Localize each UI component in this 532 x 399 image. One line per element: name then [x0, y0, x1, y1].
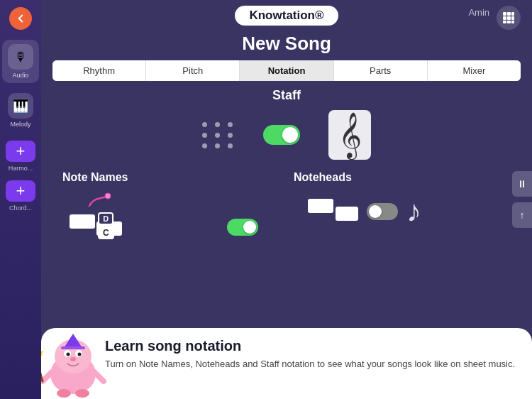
svg-point-15 — [78, 353, 82, 356]
dot — [215, 133, 220, 138]
treble-clef-icon: 𝄞 — [328, 110, 371, 160]
note-names-toggle-thumb — [243, 221, 256, 234]
pause-button[interactable]: ⏸ — [512, 171, 532, 197]
chords-label: Chord... — [9, 204, 32, 212]
noteheads-toggle[interactable] — [367, 203, 398, 220]
svg-line-19 — [43, 372, 52, 381]
trumpet-icon — [84, 186, 112, 214]
staff-toggle-thumb — [282, 127, 298, 143]
chords-add-button[interactable]: + — [6, 180, 35, 202]
app-logo: Knowtation® — [235, 6, 338, 26]
dot — [228, 143, 233, 148]
svg-rect-1 — [507, 12, 511, 16]
dot — [215, 122, 220, 127]
notehead-block-low — [336, 207, 358, 221]
tab-mixer[interactable]: Mixer — [428, 60, 521, 81]
back-button[interactable] — [9, 7, 32, 30]
eighth-note-icon: ♪ — [406, 197, 421, 226]
sidebar: 🎙 Audio 🎹 Melody + Harmo... + Chord... — [0, 0, 41, 399]
tab-notation[interactable]: Notation — [240, 60, 333, 81]
dot — [228, 133, 233, 138]
info-title: Learn song notation — [105, 338, 518, 354]
dot — [215, 143, 220, 148]
svg-point-22 — [75, 389, 89, 398]
sidebar-label-audio: Audio — [12, 72, 28, 79]
harmony-label: Harmo... — [9, 165, 33, 172]
noteheads-section: Noteheads ♪ — [294, 171, 511, 322]
svg-point-16 — [70, 357, 76, 361]
svg-point-21 — [57, 389, 71, 398]
noteheads-toggle-thumb — [369, 205, 382, 218]
tab-parts[interactable]: Parts — [334, 60, 428, 81]
harmony-add-button[interactable]: + — [6, 141, 35, 162]
note-names-section: Note Names — [62, 171, 279, 322]
svg-line-20 — [94, 372, 104, 381]
sidebar-label-melody: Melody — [10, 121, 31, 128]
amin-label: Amin — [468, 7, 489, 18]
svg-rect-4 — [507, 16, 511, 20]
staff-row: 𝄞 — [55, 110, 518, 160]
dot — [202, 143, 207, 148]
info-area: Learn song notation Turn on Note Names, … — [41, 328, 532, 399]
right-controls: ⏸ ↑ — [512, 171, 532, 228]
tab-rhythm[interactable]: Rhythm — [52, 60, 146, 81]
svg-rect-2 — [511, 12, 514, 16]
note-c-label: C — [98, 226, 114, 239]
svg-rect-18 — [61, 346, 85, 349]
staff-section-title: Staff — [55, 88, 518, 103]
svg-rect-6 — [503, 21, 506, 23]
info-body: Turn on Note Names, Noteheads and Staff … — [105, 357, 518, 371]
svg-point-14 — [67, 353, 70, 356]
svg-rect-7 — [507, 21, 511, 23]
tab-pitch[interactable]: Pitch — [146, 60, 240, 81]
noteheads-title: Noteheads — [294, 171, 511, 184]
notehead-block-high — [308, 199, 333, 213]
grid-menu-button[interactable] — [497, 6, 521, 30]
monster-character — [34, 321, 112, 399]
bottom-sections: Note Names — [55, 171, 518, 322]
svg-rect-8 — [511, 21, 514, 23]
staff-dots-preview — [202, 122, 235, 148]
audio-icon: 🎙 — [8, 44, 33, 70]
svg-rect-0 — [503, 12, 506, 16]
main-content: Amin Knowtation® New Song Rhythm Pitch N… — [41, 0, 532, 399]
dot — [202, 122, 207, 127]
notation-content: Staff 𝄞 — [41, 81, 532, 322]
staff-toggle[interactable] — [263, 125, 300, 145]
tabbar: Rhythm Pitch Notation Parts Mixer — [52, 60, 521, 81]
melody-icon: 🎹 — [8, 93, 33, 119]
sidebar-item-audio[interactable]: 🎙 Audio — [2, 40, 39, 83]
note-d-label: D — [98, 212, 113, 225]
svg-rect-5 — [511, 16, 514, 20]
page-title: New Song — [41, 31, 532, 60]
dot — [202, 133, 207, 138]
up-button[interactable]: ↑ — [512, 202, 532, 228]
dot — [228, 122, 233, 127]
sidebar-item-melody[interactable]: 🎹 Melody — [2, 89, 39, 132]
note-names-toggle[interactable] — [227, 219, 258, 236]
svg-rect-3 — [503, 16, 506, 20]
note-names-title: Note Names — [62, 171, 279, 184]
topbar: Amin Knowtation® — [41, 0, 532, 31]
svg-point-9 — [105, 193, 111, 199]
